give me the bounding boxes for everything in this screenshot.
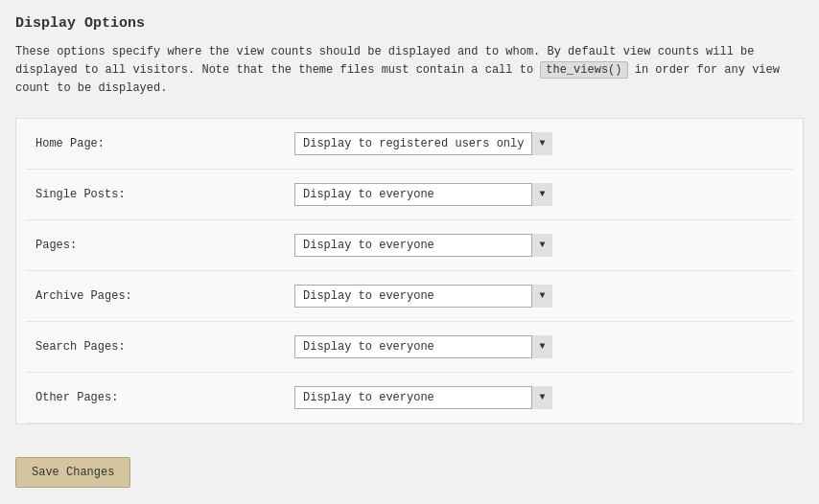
- options-container: Home Page:Display to everyoneDisplay to …: [15, 118, 804, 424]
- page-description: These options specify where the view cou…: [15, 43, 804, 99]
- option-row-search-pages: Search Pages:Display to everyoneDisplay …: [26, 322, 793, 373]
- select-single-posts[interactable]: Display to everyoneDisplay to registered…: [294, 183, 552, 206]
- select-wrapper-pages: Display to everyoneDisplay to registered…: [294, 234, 552, 257]
- options-list: Home Page:Display to everyoneDisplay to …: [26, 119, 793, 424]
- select-archive-pages[interactable]: Display to everyoneDisplay to registered…: [294, 285, 552, 308]
- option-row-archive-pages: Archive Pages:Display to everyoneDisplay…: [26, 271, 793, 322]
- select-wrapper-search-pages: Display to everyoneDisplay to registered…: [294, 335, 552, 358]
- select-search-pages[interactable]: Display to everyoneDisplay to registered…: [294, 335, 552, 358]
- label-search-pages: Search Pages:: [26, 340, 294, 354]
- label-other-pages: Other Pages:: [26, 391, 294, 404]
- option-row-pages: Pages:Display to everyoneDisplay to regi…: [26, 220, 793, 271]
- code-snippet: the_views(): [540, 61, 627, 79]
- label-single-posts: Single Posts:: [26, 188, 294, 201]
- select-wrapper-other-pages: Display to everyoneDisplay to registered…: [294, 386, 552, 409]
- select-pages[interactable]: Display to everyoneDisplay to registered…: [294, 234, 552, 257]
- select-wrapper-home-page: Display to everyoneDisplay to registered…: [294, 132, 552, 155]
- option-row-single-posts: Single Posts:Display to everyoneDisplay …: [26, 170, 793, 220]
- select-wrapper-archive-pages: Display to everyoneDisplay to registered…: [294, 285, 552, 308]
- option-row-home-page: Home Page:Display to everyoneDisplay to …: [26, 119, 793, 170]
- label-archive-pages: Archive Pages:: [26, 289, 294, 303]
- save-button[interactable]: Save Changes: [15, 457, 130, 488]
- select-wrapper-single-posts: Display to everyoneDisplay to registered…: [294, 183, 552, 206]
- page-title: Display Options: [15, 15, 804, 32]
- label-home-page: Home Page:: [26, 137, 294, 150]
- label-pages: Pages:: [26, 239, 294, 252]
- option-row-other-pages: Other Pages:Display to everyoneDisplay t…: [26, 373, 793, 424]
- select-other-pages[interactable]: Display to everyoneDisplay to registered…: [294, 386, 552, 409]
- select-home-page[interactable]: Display to everyoneDisplay to registered…: [294, 132, 552, 155]
